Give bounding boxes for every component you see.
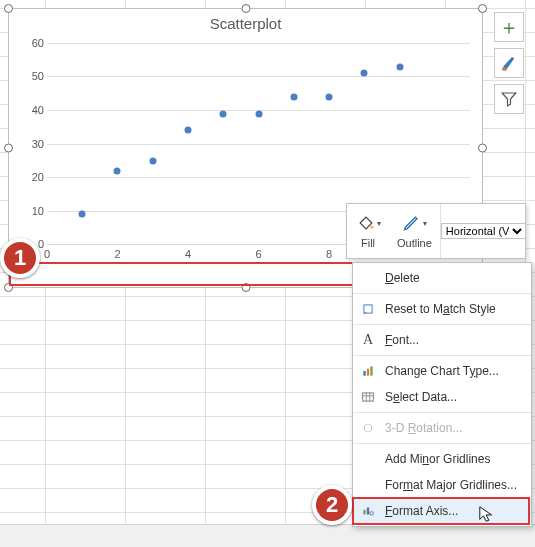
format-axis-icon (359, 502, 377, 520)
menu-separator (353, 412, 531, 413)
chart-gridline (47, 76, 470, 77)
selection-handle[interactable] (241, 283, 250, 292)
svg-rect-4 (367, 369, 369, 376)
selection-handle[interactable] (241, 4, 250, 13)
cube-icon (359, 419, 377, 437)
chart-filter-button[interactable] (494, 84, 524, 114)
y-axis-tick-label: 10 (24, 205, 44, 217)
paint-bucket-icon: ▾ (355, 211, 381, 235)
context-menu-label: Format Axis... (385, 504, 523, 518)
context-menu-label: Change Chart Type... (385, 364, 523, 378)
sheet-tab-bar[interactable] (0, 524, 535, 547)
chart-gridline (47, 43, 470, 44)
context-menu-label: Select Data... (385, 390, 523, 404)
context-menu-label: Add Minor Gridlines (385, 452, 523, 466)
y-axis-tick-label: 20 (24, 171, 44, 183)
x-axis-tick-label: 8 (326, 248, 332, 260)
data-point[interactable] (361, 70, 368, 77)
data-point[interactable] (149, 157, 156, 164)
menu-separator (353, 443, 531, 444)
data-point[interactable] (79, 211, 86, 218)
svg-rect-10 (363, 510, 365, 515)
x-axis-tick-label: 0 (44, 248, 50, 260)
chart-add-element-button[interactable]: ＋ (494, 12, 524, 42)
svg-rect-2 (364, 305, 372, 313)
context-menu-item-minor-grid[interactable]: Add Minor Gridlines (353, 446, 531, 472)
context-menu-label: Reset to Match Style (385, 302, 523, 316)
context-menu-item-major-grid[interactable]: Format Major Gridlines... (353, 472, 531, 498)
selection-handle[interactable] (478, 144, 487, 153)
context-menu-item-reset[interactable]: Reset to Match Style (353, 296, 531, 322)
plus-icon: ＋ (499, 17, 519, 37)
funnel-icon (500, 90, 518, 108)
mini-outline-button[interactable]: ▾ Outline (389, 204, 440, 258)
x-axis-tick-label: 6 (255, 248, 261, 260)
selection-handle[interactable] (4, 144, 13, 153)
callout-badge-2: 2 (312, 485, 352, 525)
data-point[interactable] (396, 63, 403, 70)
data-point[interactable] (184, 127, 191, 134)
reset-icon (359, 300, 377, 318)
svg-point-12 (370, 512, 374, 515)
callout-badge-1: 1 (0, 238, 40, 278)
x-axis-tick-label: 2 (114, 248, 120, 260)
mini-outline-label: Outline (397, 237, 432, 249)
menu-separator (353, 293, 531, 294)
chart-gridline (47, 177, 470, 178)
svg-rect-11 (367, 508, 369, 515)
y-axis-tick-label: 60 (24, 37, 44, 49)
context-menu-item-delete[interactable]: Delete (353, 265, 531, 291)
context-menu-label: 3-D Rotation... (385, 421, 523, 435)
data-point[interactable] (114, 167, 121, 174)
context-menu-item-font[interactable]: AFont... (353, 327, 531, 353)
svg-rect-0 (502, 68, 507, 71)
selection-handle[interactable] (4, 283, 13, 292)
chart-element-selector[interactable]: Horizontal (Val (441, 223, 526, 239)
y-axis-tick-label: 30 (24, 138, 44, 150)
mini-fill-button[interactable]: ▾ Fill (347, 204, 389, 258)
mini-fill-label: Fill (361, 237, 375, 249)
context-menu-item-format-axis[interactable]: Format Axis... (353, 498, 531, 524)
data-point[interactable] (220, 110, 227, 117)
font-icon: A (359, 331, 377, 349)
chart-styles-button[interactable] (494, 48, 524, 78)
context-menu-label: Font... (385, 333, 523, 347)
mini-toolbar: ▾ Fill ▾ Outline Horizontal (Val (346, 203, 526, 259)
blank-icon (359, 269, 377, 287)
selection-handle[interactable] (4, 4, 13, 13)
svg-rect-5 (370, 366, 372, 375)
selection-handle[interactable] (478, 4, 487, 13)
chart-gridline (47, 144, 470, 145)
menu-separator (353, 355, 531, 356)
context-menu-label: Format Major Gridlines... (385, 478, 523, 492)
y-axis-tick-label: 50 (24, 70, 44, 82)
context-menu-item-select-data[interactable]: Select Data... (353, 384, 531, 410)
data-point[interactable] (255, 110, 262, 117)
data-point[interactable] (325, 93, 332, 100)
chart-type-icon (359, 362, 377, 380)
context-menu-item-rotation: 3-D Rotation... (353, 415, 531, 441)
y-axis-tick-label: 40 (24, 104, 44, 116)
menu-separator (353, 324, 531, 325)
svg-rect-3 (363, 371, 365, 376)
svg-point-1 (370, 226, 373, 229)
blank-icon (359, 450, 377, 468)
context-menu: DeleteReset to Match StyleAFont...Change… (352, 262, 532, 527)
pen-icon: ▾ (401, 211, 427, 235)
data-point[interactable] (290, 93, 297, 100)
context-menu-label: Delete (385, 271, 523, 285)
context-menu-item-change-type[interactable]: Change Chart Type... (353, 358, 531, 384)
select-data-icon (359, 388, 377, 406)
brush-icon (500, 54, 518, 72)
svg-rect-6 (363, 393, 374, 401)
blank-icon (359, 476, 377, 494)
x-axis-tick-label: 4 (185, 248, 191, 260)
